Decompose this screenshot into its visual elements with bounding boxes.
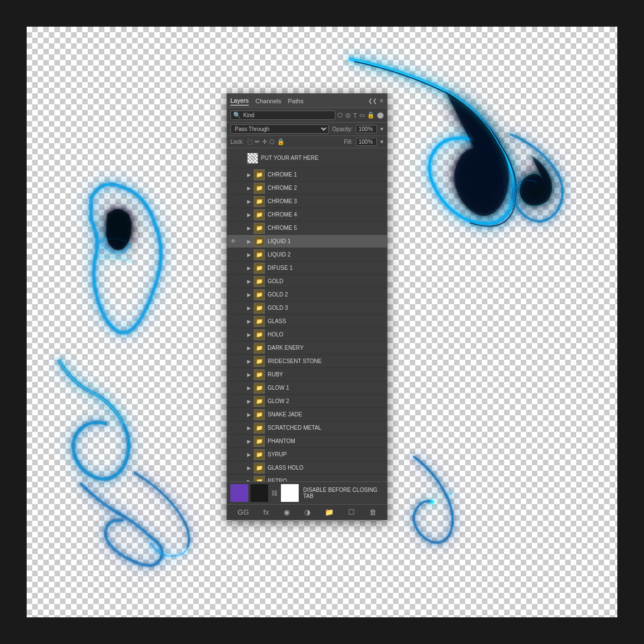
- layer-row[interactable]: ▶ 📁 GLASS HOLO: [227, 461, 387, 475]
- layer-visibility-checkbox[interactable]: [229, 171, 237, 179]
- group-icon[interactable]: 📁: [323, 507, 336, 517]
- layer-visibility-checkbox[interactable]: [229, 384, 237, 392]
- layer-visibility-checkbox[interactable]: [229, 464, 237, 472]
- layer-visibility-checkbox[interactable]: [229, 424, 237, 432]
- layer-row[interactable]: ▶ 📁 GOLD 2: [227, 288, 387, 301]
- layer-row[interactable]: ▶ 📁 GLOW 2: [227, 395, 387, 408]
- layer-row[interactable]: ▶ 📁 CHROME 3: [227, 195, 387, 208]
- layer-visibility-checkbox[interactable]: [229, 358, 237, 365]
- collapse-arrow-icon[interactable]: ▶: [247, 452, 253, 457]
- layer-visibility-checkbox[interactable]: [229, 451, 237, 459]
- layer-row[interactable]: ▶ 📁 SYRUP: [227, 448, 387, 461]
- blend-mode-select[interactable]: Pass Through Normal Multiply Screen Over…: [230, 124, 329, 134]
- adjustment-icon[interactable]: ◎: [345, 112, 351, 119]
- close-button[interactable]: ✕: [379, 98, 384, 104]
- collapse-arrow-icon[interactable]: ▶: [247, 172, 253, 178]
- layer-row[interactable]: ▶ 📁 GOLD: [227, 275, 387, 288]
- layer-row[interactable]: ▶ 📁 DARK ENERY: [227, 341, 387, 355]
- layer-row[interactable]: ⬡ PUT YOUR ART HERE: [227, 148, 387, 168]
- collapse-arrow-icon[interactable]: ▶: [247, 412, 253, 417]
- layer-visibility-checkbox[interactable]: [229, 184, 237, 192]
- collapse-arrow-icon[interactable]: ▶: [247, 265, 253, 271]
- layer-visibility-checkbox[interactable]: [229, 198, 237, 205]
- new-layer-icon[interactable]: ☐: [346, 507, 357, 517]
- layer-visibility-checkbox[interactable]: [229, 437, 237, 445]
- layer-visibility-checkbox[interactable]: [229, 477, 237, 482]
- layer-row[interactable]: ▶ 📁 RETRO: [227, 475, 387, 481]
- layer-row[interactable]: ▶ 📁 SNAKE JADE: [227, 408, 387, 421]
- shape-icon[interactable]: ▭: [359, 112, 365, 119]
- layer-visibility-checkbox[interactable]: [229, 291, 237, 299]
- layer-visibility-checkbox[interactable]: [229, 318, 237, 325]
- collapse-arrow-icon[interactable]: ▶: [247, 425, 253, 431]
- collapse-arrow-icon[interactable]: ▶: [247, 465, 253, 471]
- layer-row[interactable]: ▶ 📁 CHROME 4: [227, 208, 387, 222]
- layer-row[interactable]: ▶ 📁 HOLO: [227, 328, 387, 341]
- layer-row[interactable]: ▶ 📁 CHROME 5: [227, 222, 387, 235]
- collapse-arrow-icon[interactable]: ▶: [247, 332, 253, 338]
- mask-icon[interactable]: ◉: [281, 507, 292, 517]
- opacity-input[interactable]: [356, 125, 377, 133]
- layer-visibility-checkbox[interactable]: [229, 331, 237, 339]
- layer-row[interactable]: ▶ 📁 GLOW 1: [227, 381, 387, 395]
- layer-visibility-checkbox[interactable]: [229, 251, 237, 259]
- collapse-arrow-icon[interactable]: ▶: [247, 199, 253, 204]
- lock-all-icon[interactable]: 🔒: [277, 138, 285, 145]
- layer-visibility-checkbox[interactable]: [229, 411, 237, 419]
- layer-visibility-checkbox[interactable]: [229, 211, 237, 219]
- pixel-icon[interactable]: ⬡: [338, 112, 343, 119]
- collapse-arrow-icon[interactable]: ▶: [247, 292, 253, 298]
- adjustment-layer-icon[interactable]: ◑: [302, 507, 313, 517]
- collapse-button[interactable]: ❮❮: [368, 98, 377, 104]
- layer-visibility-checkbox[interactable]: [229, 398, 237, 405]
- collapse-arrow-icon[interactable]: ▶: [247, 212, 253, 218]
- collapse-arrow-icon[interactable]: ▶: [247, 279, 253, 284]
- link-icon[interactable]: GG: [235, 507, 251, 517]
- layer-visibility-checkbox[interactable]: [229, 304, 237, 312]
- layer-row[interactable]: ▶ 📁 PHANTOM: [227, 435, 387, 448]
- collapse-arrow-icon[interactable]: ▶: [247, 319, 253, 324]
- search-input[interactable]: [243, 112, 276, 118]
- layer-row[interactable]: ▶ 📁 GOLD 3: [227, 301, 387, 315]
- layer-visibility-checkbox[interactable]: 👁: [229, 238, 237, 245]
- layer-visibility-checkbox[interactable]: [229, 224, 237, 232]
- collapse-arrow-icon[interactable]: ▶: [247, 239, 253, 244]
- layer-row[interactable]: ▶ 📁 LIQUID 2: [227, 248, 387, 261]
- layer-visibility-checkbox[interactable]: [229, 344, 237, 352]
- collapse-arrow-icon[interactable]: ▶: [247, 185, 253, 191]
- layer-row[interactable]: ▶ 📁 CHROME 2: [227, 182, 387, 195]
- collapse-arrow-icon[interactable]: ▶: [247, 359, 253, 364]
- fx-icon[interactable]: fx: [261, 507, 271, 517]
- panel-bottom-layer[interactable]: ⛓ DISABLE BEFORE CLOSING TAB: [227, 481, 387, 504]
- collapse-arrow-icon[interactable]: ▶: [247, 305, 253, 311]
- layer-row[interactable]: ▶ 📁 CHROME 1: [227, 168, 387, 182]
- layer-visibility-checkbox[interactable]: [229, 154, 237, 162]
- fill-input[interactable]: [356, 138, 377, 146]
- layer-row[interactable]: ▶ 📁 SCRATCHED METAL: [227, 421, 387, 435]
- collapse-arrow-icon[interactable]: ▶: [247, 439, 253, 444]
- layer-visibility-checkbox[interactable]: [229, 264, 237, 272]
- tab-layers[interactable]: Layers: [230, 96, 249, 105]
- collapse-arrow-icon[interactable]: ▶: [247, 252, 253, 258]
- layer-row[interactable]: ▶ 📁 IRIDECSENT STONE: [227, 355, 387, 368]
- layer-row[interactable]: ▶ 📁 DIFUSE 1: [227, 261, 387, 275]
- collapse-arrow-icon[interactable]: ▶: [247, 399, 253, 404]
- collapse-arrow-icon[interactable]: ▶: [247, 345, 253, 351]
- type-icon[interactable]: T: [353, 112, 357, 119]
- filter-icon[interactable]: ⬤: [377, 112, 384, 119]
- lock-move-icon[interactable]: ✛: [262, 138, 267, 145]
- layer-row[interactable]: ▶ 📁 RUBY: [227, 368, 387, 381]
- delete-layer-icon[interactable]: 🗑: [367, 507, 379, 517]
- lock-artboard-icon[interactable]: ⬡: [269, 138, 275, 145]
- collapse-arrow-icon[interactable]: ▶: [247, 225, 253, 231]
- tab-channels[interactable]: Channels: [255, 97, 281, 105]
- layer-visibility-checkbox[interactable]: [229, 278, 237, 285]
- lock-pixel-icon[interactable]: ⬚: [247, 138, 253, 145]
- smart-icon[interactable]: 🔒: [367, 112, 375, 119]
- tab-paths[interactable]: Paths: [288, 97, 304, 105]
- fill-chevron[interactable]: ▾: [380, 138, 384, 145]
- layer-visibility-checkbox[interactable]: [229, 371, 237, 379]
- layer-row[interactable]: 👁 ▶ 📁 LIQUID 1: [227, 235, 387, 248]
- opacity-chevron[interactable]: ▾: [380, 125, 384, 133]
- lock-edit-icon[interactable]: ✏: [255, 138, 260, 145]
